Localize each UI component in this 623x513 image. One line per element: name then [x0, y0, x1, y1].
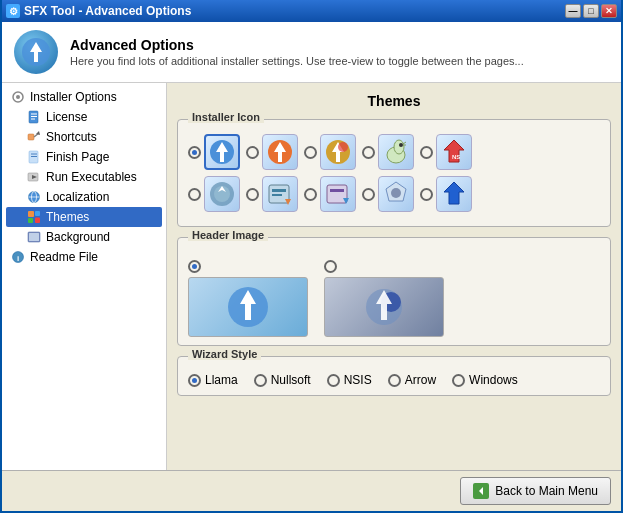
sidebar-item-localization[interactable]: Localization: [6, 187, 162, 207]
installer-icon-option-10[interactable]: [420, 176, 472, 212]
maximize-button[interactable]: □: [583, 4, 599, 18]
installer-icon-option-7[interactable]: [246, 176, 298, 212]
page-icon: [26, 149, 42, 165]
close-button[interactable]: ✕: [601, 4, 617, 18]
sidebar-label: Readme File: [30, 250, 98, 264]
background-icon: [26, 229, 42, 245]
svg-rect-19: [28, 211, 34, 217]
wizard-radio-llama[interactable]: [188, 374, 201, 387]
installer-icon-row-1: NS: [188, 134, 600, 170]
wizard-label-arrow: Arrow: [405, 373, 436, 387]
sidebar-item-shortcuts[interactable]: Shortcuts: [6, 127, 162, 147]
sidebar-item-readme-file[interactable]: i Readme File: [6, 247, 162, 267]
gear-icon: [10, 89, 26, 105]
back-btn-label: Back to Main Menu: [495, 484, 598, 498]
installer-icon-group: Installer Icon: [177, 119, 611, 227]
sidebar-item-run-executables[interactable]: Run Executables: [6, 167, 162, 187]
footer: Back to Main Menu: [2, 470, 621, 511]
link-icon: [26, 129, 42, 145]
installer-icon-option-8[interactable]: [304, 176, 356, 212]
right-panel: Themes Installer Icon: [167, 83, 621, 470]
installer-icon-option-9[interactable]: [362, 176, 414, 212]
installer-icon-label: Installer Icon: [188, 111, 264, 123]
svg-point-52: [391, 188, 401, 198]
svg-marker-59: [479, 487, 483, 495]
svg-rect-8: [28, 134, 34, 140]
minimize-button[interactable]: —: [565, 4, 581, 18]
header-radio-inner-1: [192, 264, 197, 269]
svg-point-36: [399, 143, 403, 147]
radio-6[interactable]: [188, 188, 201, 201]
wizard-option-nullsoft[interactable]: Nullsoft: [254, 373, 311, 387]
title-bar-left: ⚙ SFX Tool - Advanced Options: [6, 4, 191, 18]
installer-icon-img-3: [320, 134, 356, 170]
header-radio-1[interactable]: [188, 260, 201, 273]
header-img-preview-1: [188, 277, 308, 337]
sidebar-label: Localization: [46, 190, 109, 204]
installer-icon-option-1[interactable]: [188, 134, 240, 170]
header-img-option-2[interactable]: [324, 256, 444, 337]
header-radio-2[interactable]: [324, 260, 337, 273]
svg-text:NS: NS: [452, 154, 460, 160]
theme-icon: [26, 209, 42, 225]
main-content: Installer Options License Shortcuts: [2, 83, 621, 470]
sidebar-item-installer-options[interactable]: Installer Options: [6, 87, 162, 107]
window-title: SFX Tool - Advanced Options: [24, 4, 191, 18]
header-image-group: Header Image: [177, 237, 611, 346]
installer-icon-option-5[interactable]: NS: [420, 134, 472, 170]
wizard-style-label: Wizard Style: [188, 348, 261, 360]
wizard-radio-inner-llama: [192, 378, 197, 383]
sidebar-label: Themes: [46, 210, 89, 224]
radio-3[interactable]: [304, 146, 317, 159]
panel-title: Themes: [177, 93, 611, 109]
globe-icon: [26, 189, 42, 205]
wizard-option-nsis[interactable]: NSIS: [327, 373, 372, 387]
svg-rect-46: [272, 194, 282, 196]
sidebar: Installer Options License Shortcuts: [2, 83, 167, 470]
wizard-radio-nullsoft[interactable]: [254, 374, 267, 387]
wizard-radio-arrow[interactable]: [388, 374, 401, 387]
header-subtitle: Here you find lots of additional install…: [70, 55, 524, 67]
radio-2[interactable]: [246, 146, 259, 159]
run-icon: [26, 169, 42, 185]
wizard-row: Llama Nullsoft NSIS Arrow: [188, 373, 600, 387]
svg-marker-53: [444, 182, 464, 204]
installer-icon-option-4[interactable]: [362, 134, 414, 170]
radio-10[interactable]: [420, 188, 433, 201]
wizard-label-nsis: NSIS: [344, 373, 372, 387]
radio-4[interactable]: [362, 146, 375, 159]
radio-1[interactable]: [188, 146, 201, 159]
sidebar-label: License: [46, 110, 87, 124]
svg-point-33: [338, 142, 348, 152]
installer-icon-option-6[interactable]: [188, 176, 240, 212]
svg-rect-45: [272, 189, 286, 192]
wizard-option-llama[interactable]: Llama: [188, 373, 238, 387]
title-controls: — □ ✕: [565, 4, 617, 18]
installer-icon-img-9: [378, 176, 414, 212]
installer-icon-option-3[interactable]: [304, 134, 356, 170]
installer-icon-option-2[interactable]: [246, 134, 298, 170]
sidebar-label: Background: [46, 230, 110, 244]
sidebar-item-background[interactable]: Background: [6, 227, 162, 247]
svg-rect-22: [35, 218, 40, 224]
wizard-radio-nsis[interactable]: [327, 374, 340, 387]
app-logo: [14, 30, 58, 74]
app-icon: ⚙: [6, 4, 20, 18]
back-to-main-menu-button[interactable]: Back to Main Menu: [460, 477, 611, 505]
header-img-option-1[interactable]: [188, 256, 308, 337]
radio-7[interactable]: [246, 188, 259, 201]
wizard-option-windows[interactable]: Windows: [452, 373, 518, 387]
radio-9[interactable]: [362, 188, 375, 201]
radio-8[interactable]: [304, 188, 317, 201]
installer-icon-img-6: [204, 176, 240, 212]
radio-5[interactable]: [420, 146, 433, 159]
sidebar-item-themes[interactable]: Themes: [6, 207, 162, 227]
sidebar-item-license[interactable]: License: [6, 107, 162, 127]
sidebar-item-finish-page[interactable]: Finish Page: [6, 147, 162, 167]
wizard-label-nullsoft: Nullsoft: [271, 373, 311, 387]
wizard-option-arrow[interactable]: Arrow: [388, 373, 436, 387]
header-text: Advanced Options Here you find lots of a…: [70, 37, 524, 67]
installer-icon-img-10: [436, 176, 472, 212]
sidebar-label: Run Executables: [46, 170, 137, 184]
wizard-radio-windows[interactable]: [452, 374, 465, 387]
